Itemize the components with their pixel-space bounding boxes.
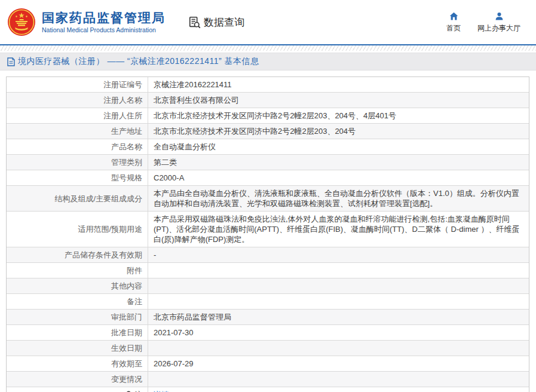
page-title: 境内医疗器械（注册） —— “京械注准20162221411” 基本信息 — [18, 56, 259, 67]
table-row: 其他内容 — [7, 278, 529, 294]
row-label: 批准日期 — [7, 325, 148, 340]
row-value: 京械注准20162221411 — [148, 77, 529, 92]
row-label: 注册证编号 — [7, 77, 148, 92]
row-value-text: - — [154, 250, 156, 260]
row-label: 审批部门 — [7, 310, 148, 324]
row-label: 生效日期 — [7, 341, 148, 356]
row-label-text: 备注 — [127, 296, 142, 307]
table-row: 产品储存条件及有效期- — [7, 247, 529, 263]
row-value: 本产品采用双磁路磁珠法和免疫比浊法,体外对人血浆的凝血和纤溶功能进行检测,包括:… — [148, 212, 529, 247]
row-label-text: 产品储存条件及有效期 — [65, 250, 142, 260]
row-label-text: 产品名称 — [111, 142, 142, 152]
table-row: 结构及组成/主要组成成分本产品由全自动凝血分析仪、清洗液瓶和废液瓶、全自动凝血分… — [7, 186, 529, 212]
row-label: 管理类别 — [7, 155, 148, 170]
row-label: 备注 — [7, 294, 148, 309]
row-value-text: 第二类 — [154, 157, 177, 167]
document-icon — [7, 57, 15, 66]
row-value — [148, 263, 529, 278]
nmpa-emblem-logo[interactable] — [7, 8, 36, 36]
row-label-text: 管理类别 — [111, 157, 142, 167]
nav-item-online-hall[interactable]: 网上办事大厅 — [477, 11, 520, 33]
table-row: 有效期至2026-07-29 — [7, 356, 529, 372]
table-row: 产品名称全自动凝血分析仪 — [7, 139, 529, 155]
row-label-text: 有效期至 — [111, 359, 142, 369]
row-label: 适用范围/预期用途 — [7, 212, 148, 247]
home-icon — [449, 11, 459, 22]
table-row: 注册人名称北京普利生仪器有限公司 — [7, 93, 529, 108]
row-label-text: 生产地址 — [111, 126, 142, 136]
table-row: 注详情 — [7, 387, 529, 392]
row-label-text: 生效日期 — [111, 343, 142, 353]
brand-subtitle: National Medical Products Administration — [42, 26, 166, 34]
stripe-band — [0, 45, 536, 51]
row-label-text: 注册人名称 — [103, 95, 142, 105]
row-value: 第二类 — [148, 155, 529, 170]
row-label-text: 注 — [134, 390, 142, 392]
row-value — [148, 294, 529, 309]
row-value: 2026-07-29 — [148, 356, 529, 371]
detail-link[interactable]: 详情 — [154, 390, 169, 392]
row-value-text: 本产品由全自动凝血分析仪、清洗液瓶和废液瓶、全自动凝血分析仪软件（版本：V1.0… — [154, 188, 523, 209]
row-value-text: 全自动凝血分析仪 — [154, 142, 216, 152]
row-label: 注册人名称 — [7, 93, 148, 108]
row-value: 北京市北京经济技术开发区同济中路2号2幢2层203、204号 — [148, 124, 529, 139]
registration-detail-table: 注册证编号京械注准20162221411注册人名称北京普利生仪器有限公司注册人住… — [6, 76, 529, 392]
brand-title: 国家药品监督管理局 — [42, 10, 166, 26]
table-row: 注册证编号京械注准20162221411 — [7, 77, 529, 93]
table-row: 生产地址北京市北京经济技术开发区同济中路2号2幢2层203、204号 — [7, 124, 529, 139]
table-row: 批准日期2021-07-30 — [7, 325, 529, 341]
row-label-text: 其他内容 — [111, 281, 142, 291]
table-row: 管理类别第二类 — [7, 155, 529, 170]
table-row: 注册人住所北京市北京经济技术开发区同济中路2号2幢2层203、204号、4层40… — [7, 108, 529, 124]
row-label: 附件 — [7, 263, 148, 278]
row-label-text: 审批部门 — [111, 312, 142, 322]
data-query-section[interactable]: 数据查询 — [188, 16, 244, 29]
table-row: 适用范围/预期用途本产品采用双磁路磁珠法和免疫比浊法,体外对人血浆的凝血和纤溶功… — [7, 212, 529, 247]
nav-item-label: 首页 — [446, 23, 461, 33]
row-label-text: 结构及组成/主要组成成分 — [54, 194, 142, 204]
breadcrumb: 境内医疗器械（注册） —— “京械注准20162221411” 基本信息 — [0, 53, 536, 71]
row-value-text: 北京市药品监督管理局 — [154, 312, 231, 322]
row-label: 变更情况 — [7, 372, 148, 387]
row-value: - — [148, 247, 529, 262]
row-label: 结构及组成/主要组成成分 — [7, 186, 148, 211]
row-value-text: 本产品采用双磁路磁珠法和免疫比浊法,体外对人血浆的凝血和纤溶功能进行检测,包括:… — [154, 214, 523, 244]
row-value-text: 北京市北京经济技术开发区同济中路2号2幢2层203、204号 — [154, 126, 356, 136]
row-value-text: 北京普利生仪器有限公司 — [154, 95, 239, 105]
row-value: 北京市北京经济技术开发区同济中路2号2幢2层203、204号、4层401号 — [148, 108, 529, 123]
row-value: 2021-07-30 — [148, 325, 529, 340]
row-value: C2000-A — [148, 170, 529, 185]
row-label: 其他内容 — [7, 278, 148, 293]
row-value — [148, 278, 529, 293]
row-label-text: 附件 — [127, 265, 142, 275]
row-label-text: 变更情况 — [111, 374, 142, 384]
data-query-icon — [188, 16, 201, 29]
row-value-text: 2021-07-30 — [154, 327, 194, 338]
row-label: 产品储存条件及有效期 — [7, 247, 148, 262]
data-query-label: 数据查询 — [204, 16, 244, 29]
header: 国家药品监督管理局 National Medical Products Admi… — [0, 0, 536, 44]
row-value-text: 京械注准20162221411 — [154, 79, 232, 90]
row-value — [148, 341, 529, 356]
row-label: 产品名称 — [7, 139, 148, 154]
user-icon — [494, 11, 504, 22]
header-nav: 首页 网上办事大厅 — [446, 11, 520, 33]
table-row: 型号规格C2000-A — [7, 170, 529, 186]
row-label-text: 注册人住所 — [103, 111, 142, 121]
row-label-text: 型号规格 — [111, 173, 142, 183]
row-label: 注册人住所 — [7, 108, 148, 123]
table-row: 生效日期 — [7, 341, 529, 356]
row-value-text: 2026-07-29 — [154, 359, 194, 369]
row-label: 有效期至 — [7, 356, 148, 371]
row-label-text: 批准日期 — [111, 327, 142, 338]
row-value: 全自动凝血分析仪 — [148, 139, 529, 154]
nav-item-label: 网上办事大厅 — [477, 23, 520, 33]
row-value: 详情 — [148, 387, 529, 392]
row-value: 北京普利生仪器有限公司 — [148, 93, 529, 108]
row-value: 北京市药品监督管理局 — [148, 310, 529, 324]
row-label-text: 注册证编号 — [103, 79, 142, 90]
row-value: 本产品由全自动凝血分析仪、清洗液瓶和废液瓶、全自动凝血分析仪软件（版本：V1.0… — [148, 186, 529, 211]
nav-item-home[interactable]: 首页 — [446, 11, 461, 33]
table-row: 变更情况 — [7, 372, 529, 387]
row-value — [148, 372, 529, 387]
